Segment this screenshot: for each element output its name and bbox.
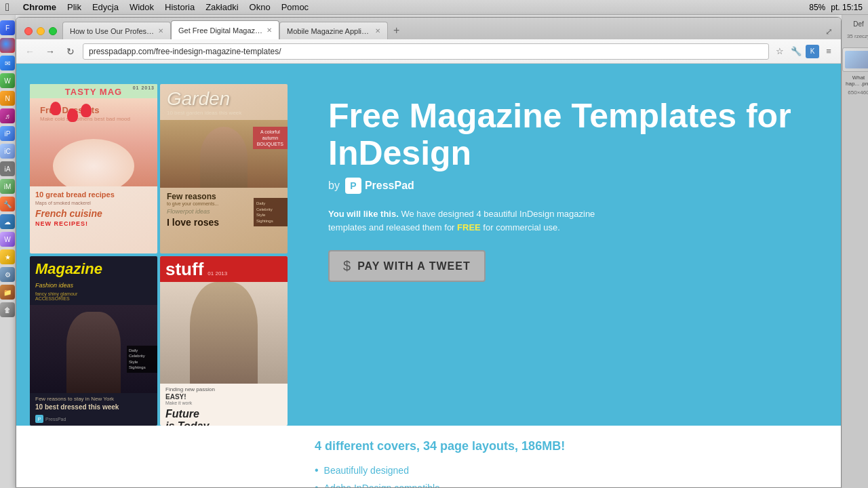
tasty-mag-cover: TASTY MAG 01 2013 Fruit Desserts Make co… xyxy=(30,84,157,253)
stuff-header: stuff 01 2013 xyxy=(160,256,288,282)
tabs-container: How to Use Our Professio... ✕ Get Free D… xyxy=(62,20,825,39)
presspad-logo: P PressPad xyxy=(345,178,414,194)
tools-icon[interactable]: 🔧 xyxy=(789,45,803,58)
panel-label: Def xyxy=(853,20,864,28)
dock-app12[interactable]: ⚙ xyxy=(0,267,15,282)
menu-plik[interactable]: Plik xyxy=(67,2,81,12)
tab-1[interactable]: How to Use Our Professio... ✕ xyxy=(62,22,171,39)
magazine-sidebar: Daily Celebrity Style Sightings xyxy=(127,346,157,373)
close-button[interactable] xyxy=(24,27,33,35)
dock-trash[interactable]: 🗑 xyxy=(0,302,15,317)
menu-icon[interactable]: ≡ xyxy=(822,45,835,58)
magazine-logo: P PressPad xyxy=(30,413,157,424)
magazine-text: Few reasons to stay in New York 10 best … xyxy=(30,393,157,413)
tasty-mag-title: TASTY MAG 01 2013 xyxy=(30,84,157,98)
stuff-image xyxy=(160,282,288,384)
tweet-button-label: PAY WITH A TWEET xyxy=(357,260,471,272)
hero-description: You will like this. We have designed 4 b… xyxy=(328,207,613,234)
magazine-image: Daily Celebrity Style Sightings xyxy=(30,305,157,393)
tab-3[interactable]: Mobile Magazine Applicati... ✕ xyxy=(279,22,388,39)
menubar-right: 85% pt. 15:15 xyxy=(809,3,863,12)
tasty-mag-text: 10 great bread recipes Maps of smoked ma… xyxy=(30,186,157,231)
back-button[interactable]: ← xyxy=(22,43,38,60)
site-hero: TASTY MAG 01 2013 Fruit Desserts Make co… xyxy=(16,64,841,426)
dock-sidebar: F ✉ W N ♬ iP iC iA iM 🔧 ☁ W ★ ⚙ 📁 🗑 xyxy=(0,15,16,488)
menu-zakladki[interactable]: Zakładki xyxy=(205,2,238,12)
dock-app4[interactable]: iP xyxy=(0,126,15,141)
page-content: TASTY MAG 01 2013 Fruit Desserts Make co… xyxy=(16,64,841,488)
tweet-button[interactable]: $ PAY WITH A TWEET xyxy=(328,250,486,282)
tab-3-close[interactable]: ✕ xyxy=(375,27,380,35)
garden-person xyxy=(200,127,248,188)
apple-menu[interactable]:  xyxy=(5,1,9,14)
dock-app9[interactable]: ☁ xyxy=(0,214,15,229)
covers-section: TASTY MAG 01 2013 Fruit Desserts Make co… xyxy=(30,84,294,426)
dock-mail[interactable]: ✉ xyxy=(0,56,15,70)
garden-sidebar: Daily Celebrity Style Sightings xyxy=(254,198,288,226)
forward-button[interactable]: → xyxy=(42,43,58,60)
new-tab-button[interactable]: + xyxy=(388,24,405,39)
bowl-decoration xyxy=(53,139,134,186)
fullscreen-icon[interactable]: ⤢ xyxy=(825,26,833,37)
menu-chrome[interactable]: Chrome xyxy=(23,2,56,12)
nav-bar: ← → ↻ presspadapp.com/free-indesign-maga… xyxy=(16,39,841,64)
garden-image: A colorful autumn BOUQUETS xyxy=(160,120,288,188)
right-panel: Def 35 rzeczy What hap... .png 650×460 xyxy=(842,15,868,488)
stuff-cover: stuff 01 2013 Finding new passion EASY! … xyxy=(160,256,288,426)
feature-1: • Beautifully designed xyxy=(315,464,821,476)
tab-2-close[interactable]: ✕ xyxy=(267,26,272,34)
tab-1-close[interactable]: ✕ xyxy=(158,27,163,35)
dock-app7[interactable]: iM xyxy=(0,179,15,194)
hero-byline: by P PressPad xyxy=(328,178,807,194)
dock-app2[interactable]: N xyxy=(0,91,15,106)
garden-tag: A colorful autumn BOUQUETS xyxy=(253,127,288,149)
bookmark-icon[interactable]: ☆ xyxy=(773,45,787,58)
bullet-2: • xyxy=(315,482,319,488)
magazine-cover: Magazine Fashion ideas fancy shiny glamo… xyxy=(30,256,157,426)
feature-2: • Adobe InDesign compatible xyxy=(315,482,821,488)
address-bar[interactable]: presspadapp.com/free-indesign-magazine-t… xyxy=(83,43,769,60)
menu-widok[interactable]: Widok xyxy=(130,2,154,12)
tab-1-title: How to Use Our Professio... xyxy=(70,27,155,35)
dollar-icon: $ xyxy=(343,258,351,274)
thumbnail-image xyxy=(845,51,868,68)
menubar:  Chrome Plik Edycja Widok Historia Zakł… xyxy=(0,0,868,15)
dock-app11[interactable]: ★ xyxy=(0,249,15,264)
white-section: 4 different covers, 34 page layouts, 186… xyxy=(16,426,841,488)
strawberry-1 xyxy=(50,102,61,115)
stuff-text: Finding new passion EASY! Make it work F… xyxy=(160,384,288,426)
strawberry-2 xyxy=(67,108,78,122)
tab-bar: How to Use Our Professio... ✕ Get Free D… xyxy=(16,18,841,39)
feature-list: • Beautifully designed • Adobe InDesign … xyxy=(315,464,821,488)
dock-chrome[interactable] xyxy=(0,38,15,53)
identity-icon[interactable]: K xyxy=(806,45,819,58)
address-text: presspadapp.com/free-indesign-magazine-t… xyxy=(89,47,763,56)
minimize-button[interactable] xyxy=(37,27,45,35)
panel-image-thumbnail[interactable] xyxy=(842,47,868,72)
hero-title: Free Magazine Templates for InDesign xyxy=(328,98,807,172)
reload-button[interactable]: ↻ xyxy=(62,43,79,60)
chrome-window: How to Use Our Professio... ✕ Get Free D… xyxy=(16,17,842,488)
dock-app6[interactable]: iA xyxy=(0,161,15,176)
menu-okno[interactable]: Okno xyxy=(250,2,271,12)
dock-app5[interactable]: iC xyxy=(0,144,15,159)
dock-app1[interactable]: W xyxy=(0,73,15,88)
dock-app10[interactable]: W xyxy=(0,232,15,247)
strawberry-3 xyxy=(81,104,92,117)
menu-pomoc[interactable]: Pomoc xyxy=(281,2,309,12)
hero-text-section: Free Magazine Templates for InDesign by … xyxy=(308,84,827,426)
stats-headline: 4 different covers, 34 page layouts, 186… xyxy=(315,439,821,453)
garden-cover: Garden 10 best garden ideas this week A … xyxy=(160,84,288,253)
dock-app8[interactable]: 🔧 xyxy=(0,197,15,211)
panel-count: 35 rzeczy xyxy=(847,33,868,39)
nav-icons: ☆ 🔧 K ≡ xyxy=(773,45,835,58)
dock-app3[interactable]: ♬ xyxy=(0,108,15,123)
tab-2[interactable]: Get Free Digital Magazine... ✕ xyxy=(171,20,279,39)
menu-historia[interactable]: Historia xyxy=(165,2,195,12)
presspad-icon: P xyxy=(345,178,361,194)
menu-edycja[interactable]: Edycja xyxy=(92,2,119,12)
maximize-button[interactable] xyxy=(49,27,57,35)
tab-3-title: Mobile Magazine Applicati... xyxy=(287,27,372,35)
dock-app13[interactable]: 📁 xyxy=(0,285,15,300)
dock-finder[interactable]: F xyxy=(0,20,15,35)
